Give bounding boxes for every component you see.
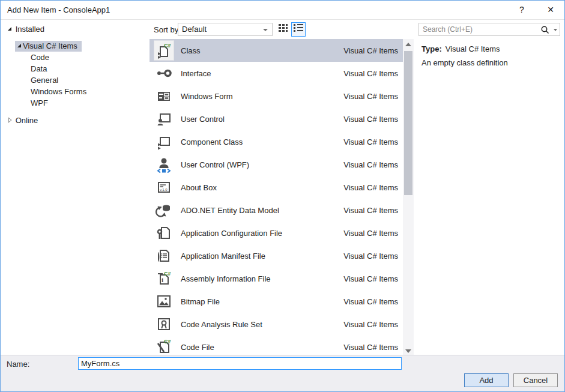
about-box-icon: v.1.0 [154,178,174,197]
item-name: Class [181,46,343,55]
sort-by-label: Sort by: [154,25,181,34]
item-category: Visual C# Items [343,320,398,329]
list-item-about-box[interactable]: v.1.0 About Box Visual C# Items [150,176,403,199]
item-category: Visual C# Items [343,229,398,238]
sidebar-item-wpf[interactable]: WPF [1,97,148,109]
svg-text:v.1.0: v.1.0 [160,188,168,191]
collapsed-arrow-icon[interactable] [6,115,13,127]
list-item-assembly-information-file[interactable]: iC# Assembly Information File Visual C# … [150,267,403,290]
list-item-bitmap-file[interactable]: Bitmap File Visual C# Items [150,290,403,313]
list-view-button[interactable] [291,22,306,37]
svg-text:C#: C# [164,43,171,49]
cancel-button[interactable]: Cancel [513,373,558,387]
sidebar-item-label: Code [31,53,49,62]
list-item-code-analysis-rule-set[interactable]: Code Analysis Rule Set Visual C# Items [150,313,403,336]
item-category: Visual C# Items [343,46,398,55]
code-file-icon: C# [154,337,174,356]
sidebar-item-online[interactable]: Online [1,115,148,126]
name-input[interactable] [78,357,402,370]
footer-bar: Name: Add Cancel [1,355,564,391]
item-category: Visual C# Items [343,137,398,146]
title-bar: Add New Item - ConsoleApp1 ? ✕ [1,1,564,20]
item-name: ADO.NET Entity Data Model [181,206,343,215]
user-control-wpf-icon [154,155,174,174]
sort-by-dropdown[interactable]: Default [178,23,273,36]
template-description: An empty class definition [421,58,508,67]
sidebar-item-windows-forms[interactable]: Windows Forms [1,86,148,97]
item-category: Visual C# Items [343,115,398,124]
close-icon: ✕ [547,5,554,14]
name-label: Name: [7,360,29,369]
item-category: Visual C# Items [343,160,398,169]
item-category: Visual C# Items [343,343,398,352]
item-name: Application Manifest File [181,252,343,261]
svg-text:i: i [162,276,163,283]
item-category: Visual C# Items [343,274,398,283]
sidebar-item-visual-csharp-items[interactable]: Visual C# Items [1,40,148,52]
template-list: C# Class Visual C# Items Interface Visua… [150,39,403,356]
sidebar-item-label: Online [16,116,38,125]
window-title: Add New Item - ConsoleApp1 [7,5,110,14]
list-item-component-class[interactable]: Component Class Visual C# Items [150,130,403,153]
type-value: Visual C# Items [446,44,500,53]
search-input[interactable] [419,23,538,35]
small-icons-view-button[interactable] [276,22,290,37]
list-item-application-configuration-file[interactable]: Application Configuration File Visual C#… [150,222,403,244]
list-item-windows-form[interactable]: Windows Form Visual C# Items [150,85,403,107]
item-category: Visual C# Items [343,69,398,78]
list-item-application-manifest-file[interactable]: Application Manifest File Visual C# Item… [150,244,403,267]
sidebar-item-label: Installed [16,25,44,34]
add-button[interactable]: Add [464,373,509,387]
app-manifest-icon [154,246,174,265]
sort-toolbar: Sort by: Default [150,20,414,39]
help-button[interactable]: ? [509,1,535,19]
close-button[interactable]: ✕ [537,1,564,19]
expanded-arrow-icon[interactable] [6,24,13,35]
search-icon[interactable] [540,25,550,37]
search-box[interactable] [418,23,560,36]
sidebar-item-label: Visual C# Items [23,41,77,50]
list-view-icon [294,24,303,35]
sidebar-item-installed[interactable]: Installed [1,23,148,35]
list-item-code-file[interactable]: C# Code File Visual C# Items [150,336,403,356]
sidebar-item-general[interactable]: General [1,74,148,86]
component-class-icon [154,132,174,151]
sidebar-item-label: Windows Forms [31,87,86,96]
list-item-user-control[interactable]: User Control Visual C# Items [150,107,403,130]
sidebar-item-code[interactable]: Code [1,52,148,63]
item-category: Visual C# Items [343,206,398,215]
sidebar-item-label: WPF [31,98,48,107]
item-name: About Box [181,183,343,192]
item-name: User Control (WPF) [181,160,343,169]
small-icons-grid-icon [279,24,288,35]
item-name: Interface [181,69,343,78]
sidebar-item-label: General [31,76,58,85]
svg-text:C#: C# [164,339,171,345]
sort-by-value: Default [182,25,207,34]
item-name: Bitmap File [181,297,343,306]
list-item-user-control-wpf[interactable]: User Control (WPF) Visual C# Items [150,153,403,176]
scroll-up-icon[interactable] [403,39,414,49]
item-category: Visual C# Items [343,183,398,192]
list-item-interface[interactable]: Interface Visual C# Items [150,62,403,85]
sidebar-item-label: Data [31,64,47,73]
list-item-class[interactable]: C# Class Visual C# Items [150,39,403,62]
help-icon: ? [519,5,524,14]
item-category: Visual C# Items [343,92,398,101]
scrollbar-thumb[interactable] [404,51,412,195]
sidebar-item-data[interactable]: Data [1,63,148,74]
svg-text:C#: C# [164,271,171,277]
add-new-item-dialog: Add New Item - ConsoleApp1 ? ✕ Installed… [0,0,565,392]
item-name: Windows Form [181,92,343,101]
tree-selection-highlight: Visual C# Items [15,41,82,52]
type-label: Type: [421,44,442,53]
info-panel: Type:Visual C# Items An empty class defi… [414,20,564,356]
bitmap-icon [154,292,174,311]
list-scrollbar[interactable] [403,39,414,356]
expanded-arrow-icon[interactable] [16,41,23,52]
class-icon: C# [154,41,174,60]
item-name: Code File [181,343,343,352]
item-name: Component Class [181,137,343,146]
list-item-ado-net-entity-data-model[interactable]: ADO.NET Entity Data Model Visual C# Item… [150,199,403,222]
search-options-chevron-icon[interactable] [554,29,557,31]
